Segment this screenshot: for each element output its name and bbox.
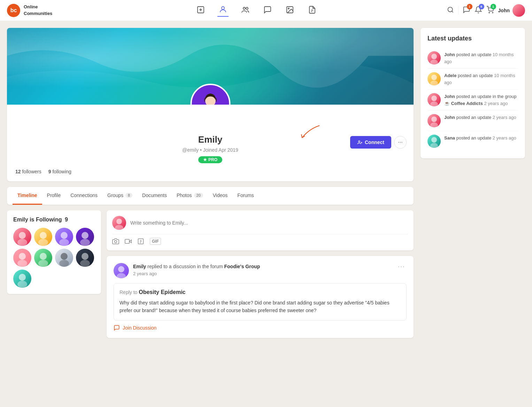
following-avatar-9[interactable] xyxy=(13,270,31,288)
nav-create[interactable] xyxy=(195,4,206,16)
more-options-button[interactable]: ··· xyxy=(394,136,407,149)
discussion-icon xyxy=(114,325,120,331)
following-stat[interactable]: 9 following xyxy=(48,169,71,174)
svg-point-25 xyxy=(82,232,88,239)
tab-videos[interactable]: Videos xyxy=(208,187,233,205)
messages-badge: 1 xyxy=(467,4,472,9)
logo[interactable]: bc Online Communities xyxy=(7,4,52,17)
svg-point-26 xyxy=(80,239,90,246)
tab-forums[interactable]: Forums xyxy=(232,187,259,205)
update-avatar-1[interactable] xyxy=(427,51,441,65)
profile-tabs: Timeline Profile Connections Groups 8 Do… xyxy=(7,187,414,205)
update-item-1: John posted an update 10 months ago xyxy=(427,48,518,69)
update-item-2: Adele posted an update 10 months ago xyxy=(427,69,518,90)
activity-post: Emily replied to a discussion in the for… xyxy=(107,256,414,338)
svg-rect-42 xyxy=(138,239,144,244)
svg-point-37 xyxy=(116,219,122,224)
tab-connections[interactable]: Connections xyxy=(65,187,102,205)
nav-messages[interactable] xyxy=(262,4,273,16)
svg-point-13 xyxy=(492,12,493,13)
svg-point-51 xyxy=(430,81,438,85)
messages-button[interactable]: 1 xyxy=(463,6,470,15)
following-avatar-7[interactable] xyxy=(55,249,73,267)
following-avatar-3[interactable] xyxy=(55,228,73,246)
following-avatar-2[interactable] xyxy=(34,228,52,246)
user-avatar xyxy=(512,4,525,17)
profile-handle: @emily xyxy=(182,147,199,153)
latest-updates-title: Latest updates xyxy=(427,35,518,42)
profile-avatar-image xyxy=(192,84,229,105)
followers-stat[interactable]: 12 followers xyxy=(15,169,41,174)
update-text-2: Adele posted an update 10 months ago xyxy=(444,72,518,86)
update-item-4: John posted an update 2 years ago xyxy=(427,111,518,131)
cart-button[interactable]: 1 xyxy=(486,6,494,15)
reply-topic-name[interactable]: Obesity Epidemic xyxy=(139,289,185,295)
tab-profile[interactable]: Profile xyxy=(42,187,66,205)
svg-point-21 xyxy=(40,232,47,239)
connect-button[interactable]: Connect xyxy=(350,136,391,149)
post-attachment-tool[interactable] xyxy=(137,238,144,245)
join-discussion-btn[interactable]: Join Discussion xyxy=(114,325,407,331)
following-avatar-4[interactable] xyxy=(76,228,94,246)
activity-author-avatar[interactable] xyxy=(114,263,129,278)
post-input[interactable] xyxy=(130,220,408,226)
profile-card: Student Emily @emily • Joined Apr 2019 xyxy=(7,28,414,181)
svg-point-52 xyxy=(431,96,437,101)
search-button[interactable] xyxy=(447,6,454,14)
update-avatar-5[interactable] xyxy=(427,135,441,148)
group-emoji-icon: ☕ xyxy=(444,101,450,106)
update-avatar-3[interactable] xyxy=(427,93,441,106)
svg-point-10 xyxy=(448,7,452,12)
following-avatar-6[interactable] xyxy=(34,249,52,267)
post-camera-tool[interactable] xyxy=(112,238,119,245)
following-widget: Emily is Following 9 xyxy=(7,210,101,294)
pro-badge: ★ PRO xyxy=(198,156,222,163)
post-gif-tool[interactable]: GIF xyxy=(150,238,161,245)
tab-documents[interactable]: Documents xyxy=(137,187,172,205)
svg-rect-41 xyxy=(125,239,130,243)
tab-groups[interactable]: Groups 8 xyxy=(102,187,137,205)
activity-time: 2 years ago xyxy=(133,271,392,276)
update-avatar-4[interactable] xyxy=(427,114,441,127)
pro-star-icon: ★ xyxy=(203,157,207,162)
svg-point-29 xyxy=(40,253,47,260)
profile-stats: 12 followers 9 following xyxy=(15,169,405,174)
arrow-annotation xyxy=(295,122,323,144)
svg-point-7 xyxy=(288,8,289,9)
update-text-1: John posted an update 10 months ago xyxy=(444,51,518,65)
user-menu[interactable]: John xyxy=(498,4,525,17)
nav-profile[interactable] xyxy=(217,4,229,17)
logo-text: Online Communities xyxy=(24,4,52,16)
tab-timeline[interactable]: Timeline xyxy=(13,187,42,205)
pro-label: PRO xyxy=(208,157,217,162)
activity-forum-name[interactable]: Foodie's Group xyxy=(224,264,260,269)
reply-box: Reply to Obesity Epidemic Why did they s… xyxy=(114,283,407,321)
svg-point-31 xyxy=(61,253,68,260)
svg-line-11 xyxy=(452,11,453,13)
update-avatar-2[interactable] xyxy=(427,72,441,85)
notifications-badge: 8 xyxy=(479,4,484,9)
following-avatar-8[interactable] xyxy=(76,249,94,267)
profile-name: Emily xyxy=(15,134,405,145)
cover-photo: Student xyxy=(7,28,414,105)
svg-point-28 xyxy=(17,260,27,267)
following-avatar-5[interactable] xyxy=(13,249,31,267)
nav-members[interactable] xyxy=(240,4,251,16)
activity-author-name[interactable]: Emily xyxy=(133,264,146,269)
following-avatar-1[interactable] xyxy=(13,228,31,246)
svg-point-34 xyxy=(80,260,90,267)
svg-point-16 xyxy=(358,141,360,142)
svg-point-38 xyxy=(115,225,123,230)
update-text-5: Sana posted an update 2 years ago xyxy=(444,135,516,142)
notifications-button[interactable]: 8 xyxy=(475,6,482,15)
activity-more-button[interactable]: ··· xyxy=(396,263,407,270)
svg-point-23 xyxy=(61,232,68,239)
post-video-tool[interactable] xyxy=(125,238,132,245)
profile-info: Emily @emily • Joined Apr 2019 ★ PRO 12 … xyxy=(7,105,414,181)
nav-photos[interactable] xyxy=(284,4,295,16)
nav-documents[interactable] xyxy=(307,4,318,16)
update-item-3: John posted an update in the group ☕ Cof… xyxy=(427,90,518,111)
cart-badge: 1 xyxy=(491,4,496,9)
post-box: GIF xyxy=(107,210,414,250)
tab-photos[interactable]: Photos 20 xyxy=(172,187,208,205)
